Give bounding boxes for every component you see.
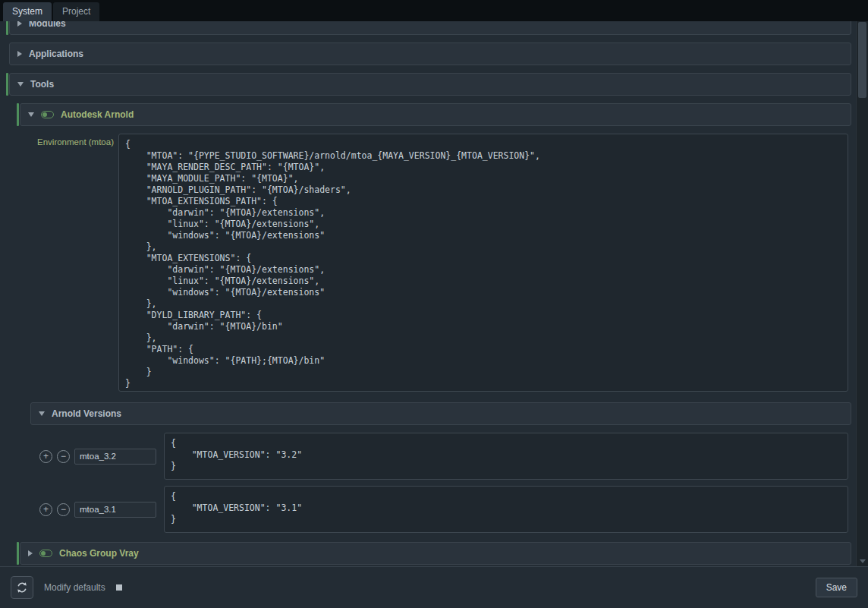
chevron-down-icon	[39, 411, 45, 416]
chevron-right-icon	[28, 550, 33, 556]
environment-label: Environment (mtoa)	[20, 134, 118, 392]
version-name-input[interactable]	[74, 449, 156, 465]
override-toggle-icon[interactable]	[39, 550, 52, 557]
chevron-right-icon	[17, 21, 22, 27]
section-label-applications: Applications	[29, 49, 83, 59]
footer-bar: Modify defaults Save	[0, 566, 868, 608]
chevron-down-icon	[17, 82, 24, 87]
section-header-modules[interactable]: Modules	[9, 21, 851, 35]
section-applications: Applications	[6, 43, 851, 65]
override-indicator-bar	[6, 21, 8, 35]
modify-defaults-label: Modify defaults	[44, 582, 105, 593]
remove-version-button[interactable]: −	[57, 450, 70, 463]
add-version-button[interactable]: +	[39, 450, 52, 463]
refresh-icon	[16, 581, 28, 594]
version-json-editor[interactable]: { "MTOA_VERSION": "3.1" }	[164, 486, 848, 533]
section-arnold-versions: Arnold Versions	[27, 402, 851, 425]
section-modules: Modules	[6, 21, 851, 35]
version-json-editor[interactable]: { "MTOA_VERSION": "3.2" }	[164, 433, 848, 480]
scrollbar-down-arrow-icon[interactable]	[860, 559, 866, 563]
section-label-chaos-group-vray: Chaos Group Vray	[59, 548, 139, 559]
refresh-button[interactable]	[11, 576, 33, 599]
section-tools: Tools	[6, 73, 851, 96]
override-indicator-bar	[17, 103, 19, 126]
section-header-arnold-versions[interactable]: Arnold Versions	[30, 402, 851, 425]
section-header-applications[interactable]: Applications	[9, 43, 851, 65]
environment-row: Environment (mtoa) { "MTOA": "{PYPE_STUD…	[20, 134, 848, 392]
tab-bar: System Project	[0, 0, 868, 21]
section-chaos-group-vray: Chaos Group Vray	[17, 542, 851, 565]
tab-system[interactable]: System	[3, 2, 52, 21]
chevron-down-icon	[28, 112, 34, 117]
version-row: + − { "MTOA_VERSION": "3.1" }	[39, 486, 848, 533]
section-header-tools[interactable]: Tools	[9, 73, 851, 96]
version-name-input[interactable]	[74, 502, 156, 518]
add-version-button[interactable]: +	[39, 503, 52, 516]
save-button[interactable]: Save	[816, 578, 857, 597]
override-indicator-bar	[17, 542, 19, 565]
chevron-right-icon	[17, 51, 22, 57]
vertical-scrollbar[interactable]	[856, 21, 868, 566]
section-label-modules: Modules	[29, 21, 66, 29]
section-autodesk-arnold: Autodesk Arnold	[17, 103, 851, 126]
tab-project[interactable]: Project	[53, 2, 99, 21]
environment-json-editor[interactable]: { "MTOA": "{PYPE_STUDIO_SOFTWARE}/arnold…	[118, 134, 848, 392]
override-toggle-icon[interactable]	[41, 111, 54, 118]
section-label-arnold-versions: Arnold Versions	[52, 408, 121, 419]
override-indicator-bar	[6, 73, 8, 96]
remove-version-button[interactable]: −	[57, 503, 70, 516]
section-header-autodesk-arnold[interactable]: Autodesk Arnold	[20, 103, 851, 126]
scrollbar-thumb[interactable]	[858, 22, 866, 98]
section-header-chaos-group-vray[interactable]: Chaos Group Vray	[20, 542, 851, 565]
section-label-autodesk-arnold: Autodesk Arnold	[61, 109, 134, 120]
section-label-tools: Tools	[30, 79, 54, 90]
version-row: + − { "MTOA_VERSION": "3.2" }	[39, 433, 848, 480]
settings-content: Modules Applications Tools Autodesk Arno…	[0, 21, 856, 565]
modify-defaults-checkbox[interactable]	[116, 584, 122, 591]
